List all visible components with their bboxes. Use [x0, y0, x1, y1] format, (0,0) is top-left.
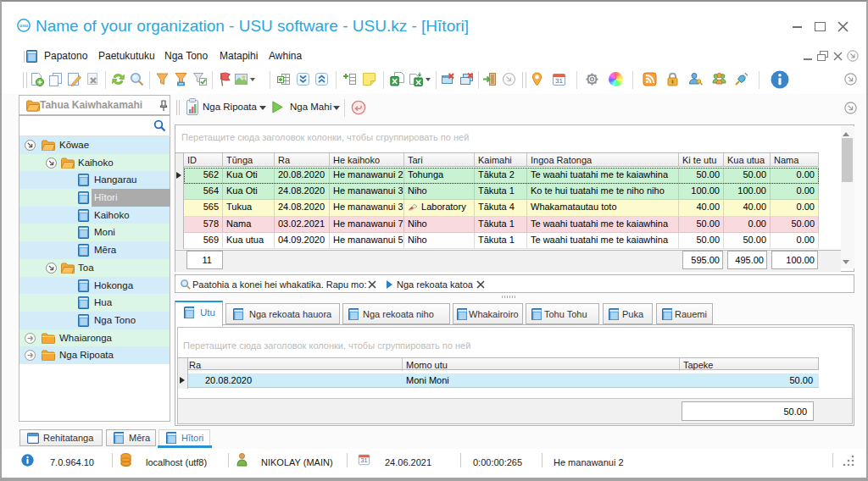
svg-text:31: 31 — [555, 77, 563, 85]
svg-text:31: 31 — [361, 457, 368, 463]
svg-text:usu: usu — [19, 23, 29, 28]
